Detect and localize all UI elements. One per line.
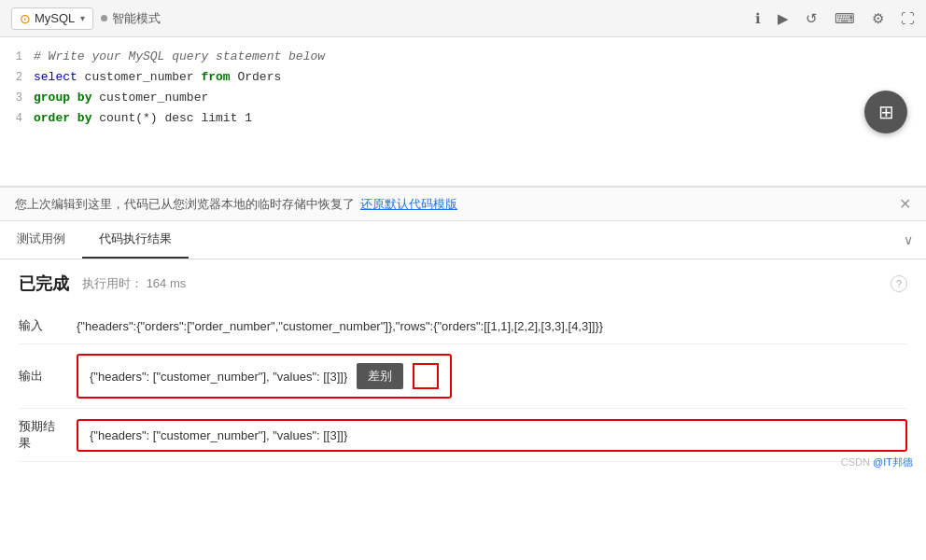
- line-num-1: 1: [0, 47, 34, 67]
- fab-icon: ⊞: [878, 101, 894, 123]
- line-content-3: group by customer_number: [34, 88, 926, 108]
- output-box: {"headers": ["customer_number"], "values…: [77, 354, 452, 399]
- result-row-output: 输出 {"headers": ["customer_number"], "val…: [19, 344, 907, 409]
- line-num-3: 3: [0, 88, 34, 108]
- tabs-chevron-icon[interactable]: ∨: [904, 232, 926, 247]
- close-icon[interactable]: ✕: [899, 195, 911, 213]
- line-content-1: # Write your MySQL query statement below: [34, 47, 926, 67]
- terminal-icon[interactable]: ⌨: [835, 10, 855, 27]
- watermark: CSDN @IT邦德: [841, 455, 913, 469]
- expected-value: {"headers": ["customer_number"], "values…: [90, 428, 347, 442]
- restore-banner: 您上次编辑到这里，代码已从您浏览器本地的临时存储中恢复了 还原默认代码模版 ✕: [0, 187, 926, 221]
- result-status-row: 已完成 执行用时： 164 ms ?: [19, 273, 907, 295]
- code-line-1: 1 # Write your MySQL query statement bel…: [0, 47, 926, 67]
- help-icon[interactable]: ?: [891, 275, 907, 292]
- line-num-4: 4: [0, 108, 34, 129]
- diff-square: [413, 363, 439, 389]
- code-line-2: 2 select customer_number from Orders: [0, 67, 926, 88]
- line-content-4: order by count(*) desc limit 1: [34, 108, 926, 129]
- db-label: MySQL: [35, 11, 75, 25]
- run-icon[interactable]: ▶: [778, 10, 789, 27]
- tab-exec-results[interactable]: 代码执行结果: [82, 221, 189, 259]
- status-dot: [101, 15, 107, 21]
- chevron-down-icon: ▾: [80, 13, 85, 23]
- expected-label: 预期结果: [19, 418, 63, 452]
- toolbar-actions: ℹ ▶ ↺ ⌨ ⚙ ⛶: [755, 10, 915, 27]
- result-row-expected: 预期结果 {"headers": ["customer_number"], "v…: [19, 409, 907, 462]
- input-value: {"headers":{"orders":["order_number","cu…: [77, 319, 907, 333]
- exec-time: 执行用时： 164 ms: [82, 275, 186, 292]
- code-line-3: 3 group by customer_number: [0, 88, 926, 108]
- line-num-2: 2: [0, 67, 34, 88]
- restore-message: 您上次编辑到这里，代码已从您浏览器本地的临时存储中恢复了: [15, 196, 355, 213]
- result-row-input: 输入 {"headers":{"orders":["order_number",…: [19, 308, 907, 344]
- expected-box: {"headers": ["customer_number"], "values…: [77, 419, 907, 452]
- code-editor[interactable]: 1 # Write your MySQL query statement bel…: [0, 37, 926, 187]
- info-icon[interactable]: ℹ: [755, 10, 761, 27]
- refresh-icon[interactable]: ↺: [806, 10, 818, 27]
- db-icon: ⊙: [20, 11, 31, 26]
- expand-icon[interactable]: ⛶: [901, 10, 915, 26]
- code-lines: 1 # Write your MySQL query statement bel…: [0, 47, 926, 129]
- tabs-bar: 测试用例 代码执行结果 ∨: [0, 221, 926, 259]
- input-label: 输入: [19, 317, 63, 334]
- restore-link[interactable]: 还原默认代码模版: [360, 196, 457, 213]
- fab-button[interactable]: ⊞: [864, 91, 907, 133]
- results-section: 已完成 执行用时： 164 ms ? 输入 {"headers":{"order…: [0, 259, 926, 475]
- status-done: 已完成: [19, 273, 69, 295]
- toolbar: ⊙ MySQL ▾ 智能模式 ℹ ▶ ↺ ⌨ ⚙ ⛶: [0, 0, 926, 37]
- db-selector[interactable]: ⊙ MySQL ▾: [11, 7, 93, 30]
- smart-mode-indicator: 智能模式: [101, 10, 161, 27]
- output-label: 输出: [19, 368, 63, 385]
- code-line-4: 4 order by count(*) desc limit 1: [0, 108, 926, 129]
- output-value: {"headers": ["customer_number"], "values…: [90, 370, 347, 384]
- tab-test-cases[interactable]: 测试用例: [0, 221, 82, 259]
- diff-button[interactable]: 差别: [357, 363, 403, 389]
- settings-icon[interactable]: ⚙: [872, 10, 884, 27]
- line-content-2: select customer_number from Orders: [34, 67, 926, 88]
- smart-mode-label: 智能模式: [112, 10, 161, 27]
